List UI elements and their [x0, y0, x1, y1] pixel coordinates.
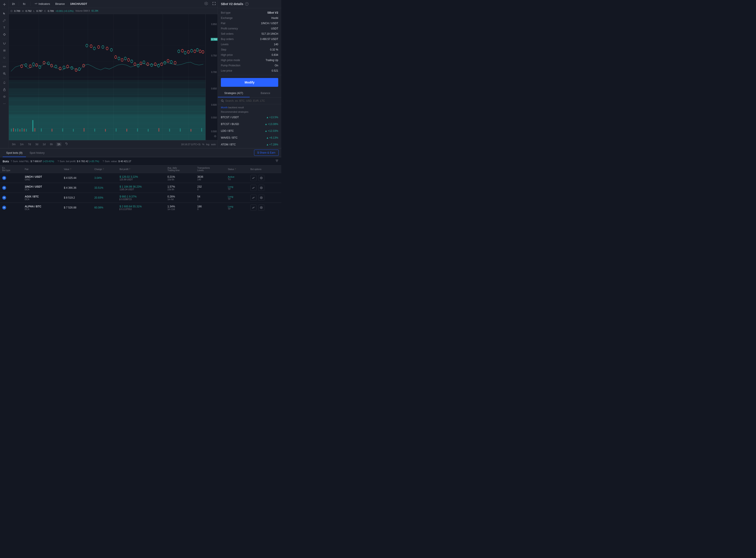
help-button[interactable]: ? — [245, 2, 249, 6]
measure-tool-button[interactable] — [1, 64, 7, 70]
cell-value-1: $ 4 366.36 — [62, 183, 92, 193]
strategy-item-1[interactable]: BTCST / BUSD ▲+13.08% — [218, 121, 281, 128]
svg-rect-25 — [23, 3, 24, 5]
timeframe-selector[interactable]: 1h — [10, 2, 16, 6]
bot-details-section: Bot type SBot V2 Exchange Huobi Pair 1IN… — [218, 8, 281, 75]
strategy-search-bar — [218, 98, 281, 104]
low-value: 0.787 — [36, 10, 43, 12]
svg-rect-113 — [20, 129, 21, 131]
stop-btn-2[interactable] — [258, 195, 264, 201]
svg-rect-119 — [41, 128, 42, 132]
filter-button[interactable] — [275, 159, 279, 163]
svg-rect-117 — [32, 120, 33, 132]
cell-trans-1: 232 0 — [195, 183, 226, 193]
y-label-current: 0.789 — [211, 38, 218, 41]
col-change: Change ? — [92, 166, 117, 173]
table-row: H 1INCH / USDT DCA $ 4 366.36 33.51% — [0, 183, 281, 193]
lock-tool-button[interactable] — [1, 86, 7, 93]
candlestick-icon — [23, 2, 26, 5]
profit-help[interactable]: ? — [57, 160, 59, 162]
settings-button[interactable] — [204, 2, 208, 6]
alert-tool-button[interactable] — [1, 79, 7, 86]
tf-3m[interactable]: 3m — [10, 142, 17, 146]
chart-bottombar: 3m 1m 7d 3d 1d 6h 1h 18:16:27 (UTC+3) % … — [9, 140, 218, 148]
eye-tool-button[interactable] — [1, 94, 7, 100]
search-input[interactable] — [225, 99, 278, 102]
pair-label[interactable]: 1INCH/USDT — [69, 1, 89, 6]
indicators-label: Indicators — [39, 2, 50, 5]
cell-pair-0: 1INCH / USDT GRID — [22, 173, 61, 183]
modify-button[interactable]: Modify — [221, 78, 278, 87]
cell-ex-3: H — [0, 203, 22, 211]
tf-7d[interactable]: 7d — [27, 142, 32, 146]
zoom-tool-button[interactable] — [1, 71, 7, 77]
y-label-600: 0.600 — [211, 104, 217, 106]
chart-btn-3[interactable] — [250, 205, 256, 211]
detail-high-price: High price 0.834 — [218, 52, 281, 57]
toolbar-divider-1 — [2, 9, 7, 9]
y-axis-settings[interactable] — [213, 135, 217, 138]
fullscreen-button[interactable] — [212, 2, 216, 6]
chart-btn-1[interactable] — [250, 185, 256, 191]
svg-rect-112 — [17, 128, 18, 132]
tf-6h[interactable]: 6h — [49, 142, 54, 146]
draw-tool-button[interactable] — [1, 31, 7, 37]
tab-balance[interactable]: Balance — [250, 90, 281, 97]
exchange-label[interactable]: Binance — [54, 2, 66, 6]
pencil-tool-button[interactable] — [1, 17, 7, 24]
tab-spot-bots[interactable]: Spot bots (9) — [3, 149, 26, 157]
bots-table: Ex. Bot type Pair Value ? Change ? Bot p — [0, 166, 281, 211]
strategy-item-2[interactable]: LDO / BTC ▲+12.03% — [218, 128, 281, 134]
scale-pct[interactable]: % — [202, 143, 204, 146]
cell-change-1: 33.51% — [92, 183, 117, 193]
cursor-tool-button[interactable] — [1, 10, 7, 17]
share-earn-button[interactable]: $ Share & Earn — [254, 150, 279, 156]
svg-rect-116 — [26, 129, 27, 132]
cell-options-0 — [248, 173, 281, 183]
recommended-label: Recommended strategies — [218, 110, 281, 114]
stop-btn-1[interactable] — [258, 185, 264, 191]
strategy-item-0[interactable]: BTCST / USDT ▲+13.5% — [218, 114, 281, 121]
tf-3d[interactable]: 3d — [34, 142, 40, 146]
scale-auto[interactable]: auto — [211, 143, 216, 146]
stop-btn-3[interactable] — [258, 205, 264, 211]
magnet-tool-button[interactable] — [1, 41, 7, 47]
value-help[interactable]: ? — [103, 160, 104, 162]
strategy-item-4[interactable]: ATOM / BTC ▲+7.28% — [218, 141, 281, 148]
tf-1h[interactable]: 1h — [56, 142, 61, 146]
chart-btn-2[interactable] — [250, 195, 256, 201]
cell-options-3 — [248, 203, 281, 211]
tab-spot-history[interactable]: Spot history — [26, 149, 48, 157]
add-tool-button[interactable] — [1, 1, 7, 7]
cell-profit-2: $ 660.1 9.37% ₿ 0.0288723 — [117, 193, 165, 203]
strategy-item-3[interactable]: WAVES / BTC ▲+8.13% — [218, 134, 281, 141]
cell-avg-0: 0.21% 15d 6h — [165, 173, 195, 183]
detail-sell-orders: Sell orders 517.19 1INCH — [218, 31, 281, 36]
chart-canvas[interactable]: TV 29 30 31 Aug 2 3 4 — [9, 14, 205, 140]
svg-rect-114 — [22, 128, 22, 132]
chart-type-selector[interactable] — [22, 2, 28, 6]
tf-1m[interactable]: 1m — [19, 142, 25, 146]
svg-line-145 — [223, 101, 224, 102]
stop-btn-0[interactable] — [258, 175, 264, 181]
chart-btn-0[interactable] — [250, 175, 256, 181]
indicators-button[interactable]: Indicators — [33, 2, 51, 6]
bottom-tabs-bar: Spot bots (9) Spot history $ Share & Ear… — [0, 149, 281, 157]
emoji-tool-button[interactable]: ☺ — [1, 54, 7, 61]
pnl-help[interactable]: ? — [11, 160, 12, 162]
text-tool-button[interactable]: T — [1, 24, 7, 30]
tf-replay[interactable] — [63, 142, 69, 147]
layers-tool-button[interactable] — [1, 47, 7, 54]
detail-exchange: Exchange Huobi — [218, 16, 281, 21]
cell-ex-0: H — [0, 173, 22, 183]
col-ex: Ex. Bot type — [0, 166, 22, 173]
tf-1d[interactable]: 1d — [41, 142, 47, 146]
tab-strategies[interactable]: Strategies (427) — [218, 90, 250, 97]
scale-log[interactable]: log — [206, 143, 209, 146]
svg-rect-118 — [34, 128, 35, 132]
more-tool-button[interactable]: ⋯ — [1, 101, 7, 107]
cell-avg-2: 0.26% 1m 6d — [165, 193, 195, 203]
chart-main: 1h Indicators Binance 1INCH/USDT — [9, 0, 218, 148]
right-panel: SBot V2 details ? Bot type SBot V2 Excha… — [218, 0, 281, 148]
col-transactions: TransactionsLevels — [195, 166, 226, 173]
